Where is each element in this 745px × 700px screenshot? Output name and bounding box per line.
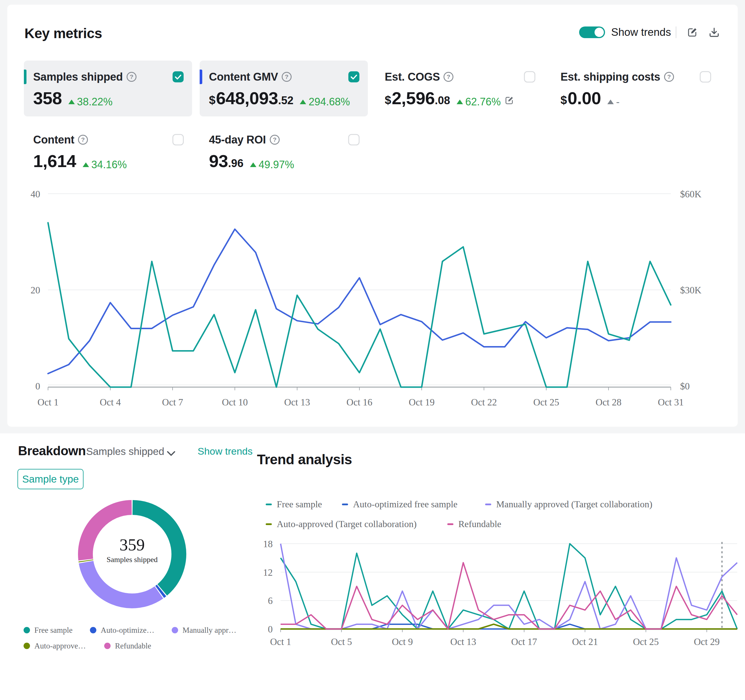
svg-text:Oct 28: Oct 28 (596, 397, 622, 407)
svg-text:40: 40 (31, 189, 40, 199)
svg-text:?: ? (285, 73, 289, 80)
svg-text:20: 20 (31, 285, 40, 295)
svg-text:Oct 7: Oct 7 (162, 397, 183, 407)
svg-text:?: ? (81, 136, 85, 143)
svg-text:?: ? (130, 73, 133, 80)
svg-text:Oct 10: Oct 10 (222, 397, 248, 407)
svg-text:0: 0 (268, 624, 273, 634)
svg-text:Oct 17: Oct 17 (511, 637, 537, 647)
svg-text:Oct 13: Oct 13 (450, 637, 476, 647)
svg-text:Oct 16: Oct 16 (347, 397, 372, 407)
svg-text:Samples shipped: Samples shipped (106, 555, 158, 564)
svg-text:Oct 4: Oct 4 (100, 397, 121, 407)
svg-text:359: 359 (120, 535, 145, 554)
svg-text:Oct 21: Oct 21 (572, 637, 598, 647)
svg-text:?: ? (447, 73, 450, 80)
svg-text:18: 18 (263, 539, 273, 549)
svg-text:Oct 13: Oct 13 (284, 397, 310, 407)
svg-text:Oct 9: Oct 9 (392, 637, 413, 647)
svg-text:Oct 31: Oct 31 (658, 397, 684, 407)
svg-text:$30K: $30K (680, 285, 702, 295)
svg-text:Oct 25: Oct 25 (533, 397, 559, 407)
svg-text:$60K: $60K (680, 189, 702, 199)
svg-text:Oct 1: Oct 1 (37, 397, 58, 407)
svg-text:0: 0 (36, 381, 40, 392)
svg-text:$0: $0 (680, 381, 690, 392)
svg-text:12: 12 (263, 567, 273, 578)
svg-text:Oct 5: Oct 5 (331, 637, 352, 647)
svg-text:6: 6 (268, 595, 273, 606)
svg-text:Oct 29: Oct 29 (694, 637, 720, 647)
svg-text:?: ? (273, 136, 277, 143)
svg-text:Oct 19: Oct 19 (409, 397, 435, 407)
svg-text:Oct 22: Oct 22 (471, 397, 497, 407)
svg-text:?: ? (667, 73, 671, 80)
svg-text:Oct 1: Oct 1 (270, 637, 291, 647)
svg-text:Oct 25: Oct 25 (633, 637, 659, 647)
